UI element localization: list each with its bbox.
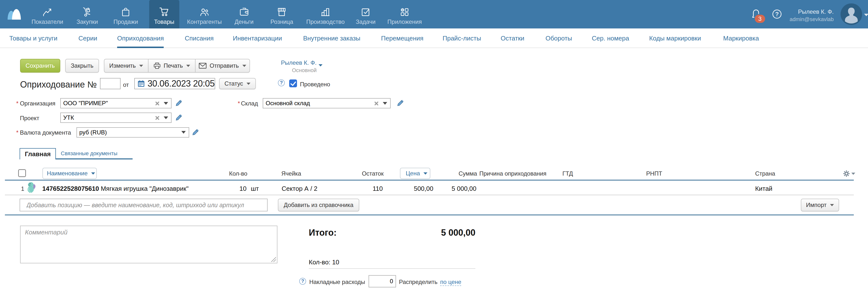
- cell-cell[interactable]: Сектор А / 2: [282, 185, 317, 193]
- country-cell[interactable]: Китай: [755, 185, 772, 193]
- tab-inventories[interactable]: Инвентаризации: [233, 28, 282, 48]
- tab-movements[interactable]: Перемещения: [381, 28, 424, 48]
- resize-handle[interactable]: [271, 257, 276, 262]
- stock-cell: 110: [373, 185, 383, 193]
- combo-caret-icon[interactable]: [383, 102, 387, 105]
- navbar-user-email: admin@sevkavlab: [736, 16, 834, 23]
- price-cell[interactable]: 500,00: [414, 185, 434, 193]
- column-stock: Остаток: [362, 170, 384, 177]
- column-qty: Кол-во: [229, 170, 248, 177]
- tab-writeoffs[interactable]: Списания: [185, 28, 214, 48]
- clear-icon[interactable]: [374, 101, 378, 106]
- tab-internal-orders[interactable]: Внутренние заказы: [303, 28, 361, 48]
- column-country: Страна: [755, 170, 775, 177]
- nav-item-money[interactable]: Деньги: [229, 0, 258, 28]
- distribute-by-price-link[interactable]: по цене: [440, 279, 461, 286]
- nav-item-label: Деньги: [235, 19, 254, 25]
- posted-checkbox[interactable]: [289, 80, 297, 87]
- edit-button[interactable]: Изменить: [104, 59, 148, 73]
- import-button-label: Импорт: [806, 202, 827, 208]
- moysklad-logo-icon[interactable]: [7, 9, 21, 21]
- status-button[interactable]: Статус: [219, 78, 256, 89]
- chevron-down-icon: [247, 83, 250, 85]
- qty-cell[interactable]: 10: [240, 185, 247, 193]
- owner-caret-icon[interactable]: [318, 64, 322, 66]
- edit-pencil-icon[interactable]: [175, 114, 182, 121]
- nav-item-production[interactable]: Производство: [302, 0, 349, 28]
- totals-divider: [309, 268, 475, 269]
- tab-receipts[interactable]: Оприходования: [117, 28, 164, 48]
- document-date-field[interactable]: 30.06.2023 20:05: [134, 78, 215, 89]
- product-name: Мягкая игрушка "Динозаврик": [101, 185, 188, 192]
- table-settings-gear-icon[interactable]: [843, 170, 855, 177]
- product-name-cell[interactable]: 1476522528075610 Мягкая игрушка "Динозав…: [42, 185, 189, 193]
- currency-combo[interactable]: руб (RUB): [76, 127, 189, 138]
- nav-item-purchases[interactable]: Закупки: [71, 0, 103, 28]
- row-divider: [5, 195, 854, 195]
- navbar-user-name[interactable]: Рылеев К. Ф.: [736, 8, 834, 15]
- from-label: от: [123, 81, 129, 88]
- nav-item-label: Задачи: [356, 19, 376, 25]
- tab-linked-documents[interactable]: Связанные документы: [55, 148, 132, 159]
- project-combo[interactable]: УТК: [60, 113, 172, 123]
- column-name-label: Наименование: [47, 170, 88, 177]
- add-from-catalog-button[interactable]: Добавить из справочника: [278, 199, 359, 212]
- save-button[interactable]: Сохранить: [20, 59, 60, 73]
- tab-turnovers[interactable]: Обороты: [546, 28, 572, 48]
- wallet-icon: [239, 6, 249, 17]
- nav-item-apps[interactable]: Приложения: [382, 0, 427, 28]
- clear-icon[interactable]: [155, 101, 159, 106]
- select-all-checkbox[interactable]: [18, 169, 26, 177]
- warehouse-combo[interactable]: Основной склад: [263, 98, 391, 108]
- calendar-icon: [138, 80, 145, 87]
- tab-goods-services[interactable]: Товары и услуги: [9, 28, 57, 48]
- distribute-label: Распределить: [399, 279, 437, 285]
- nav-item-counterparties[interactable]: Контрагенты: [182, 0, 226, 28]
- nav-item-retail[interactable]: Розница: [266, 0, 298, 28]
- nav-item-label: Закупки: [76, 19, 98, 25]
- posted-help-icon[interactable]: ?: [278, 80, 285, 86]
- overhead-input[interactable]: [369, 275, 396, 287]
- document-title: Оприходование №: [20, 80, 97, 90]
- product-photo[interactable]: [26, 181, 37, 194]
- nav-item-label: Производство: [306, 19, 345, 25]
- tab-marking-codes[interactable]: Коды маркировки: [649, 28, 701, 48]
- comment-textarea[interactable]: [20, 226, 277, 263]
- close-button[interactable]: Закрыть: [65, 59, 99, 73]
- organization-combo[interactable]: ООО "ПРИМЕР": [60, 98, 172, 108]
- project-label: Проект: [20, 115, 39, 122]
- overhead-help-icon[interactable]: ?: [299, 278, 306, 285]
- user-menu-caret-icon[interactable]: [864, 14, 868, 16]
- combo-caret-icon[interactable]: [164, 102, 168, 105]
- import-button[interactable]: Импорт: [801, 199, 839, 212]
- add-position-input[interactable]: [20, 199, 268, 212]
- tab-main[interactable]: Главная: [20, 148, 56, 159]
- warehouse-value: Основной склад: [266, 100, 374, 107]
- nav-item-label: Товары: [154, 19, 175, 25]
- document-owner[interactable]: Рылеев К. Ф.: [260, 59, 317, 66]
- column-price-chip[interactable]: Цена: [400, 168, 430, 179]
- edit-pencil-icon[interactable]: [192, 129, 199, 136]
- nav-item-goods[interactable]: Товары: [149, 0, 179, 28]
- top-navbar: Показатели Закупки Продажи: [0, 0, 868, 28]
- edit-pencil-icon[interactable]: [175, 100, 182, 107]
- row-index: 1: [21, 186, 24, 192]
- nav-item-indicators[interactable]: Показатели: [27, 0, 68, 28]
- send-button[interactable]: Отправить: [195, 59, 250, 73]
- print-button[interactable]: Печать: [148, 59, 195, 73]
- posted-label: Проведено: [300, 81, 330, 88]
- document-number-input[interactable]: [100, 78, 121, 89]
- tab-series[interactable]: Серии: [79, 28, 97, 48]
- nav-item-tasks[interactable]: Задачи: [351, 0, 380, 28]
- avatar[interactable]: [841, 3, 862, 25]
- tab-stock[interactable]: Остатки: [501, 28, 524, 48]
- tab-price-lists[interactable]: Прайс-листы: [442, 28, 481, 48]
- clear-icon[interactable]: [155, 115, 159, 120]
- edit-pencil-icon[interactable]: [397, 100, 404, 107]
- combo-caret-icon[interactable]: [164, 116, 168, 119]
- tab-marking[interactable]: Маркировка: [723, 28, 759, 48]
- column-name-chip[interactable]: Наименование: [42, 168, 97, 179]
- nav-item-sales[interactable]: Продажи: [108, 0, 143, 28]
- tab-serial-numbers[interactable]: Сер. номера: [592, 28, 629, 48]
- combo-caret-icon[interactable]: [181, 131, 186, 134]
